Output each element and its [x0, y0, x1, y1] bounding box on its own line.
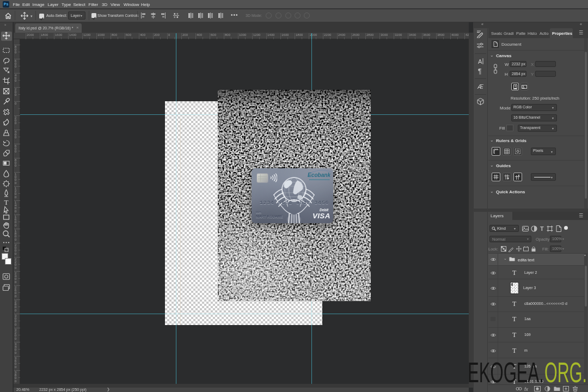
svg-text:EKOGEA.: EKOGEA.: [468, 357, 544, 388]
svg-text:ORG.: ORG.: [544, 357, 587, 388]
